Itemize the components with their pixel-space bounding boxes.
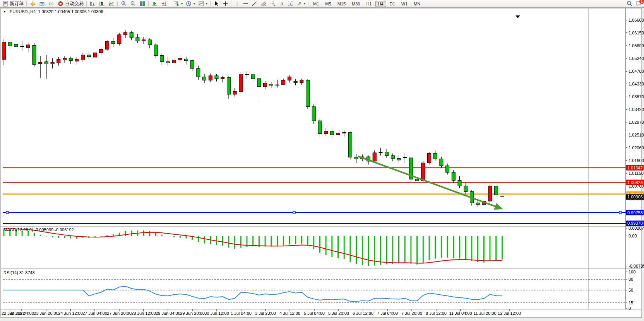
candle[interactable] (385, 152, 389, 156)
candle[interactable] (403, 157, 407, 158)
candle[interactable] (452, 172, 455, 180)
candle[interactable] (282, 80, 285, 85)
rsi-axis-label: 100 (629, 270, 635, 274)
candle[interactable] (130, 32, 133, 38)
candle[interactable] (21, 46, 24, 46)
candle[interactable] (300, 80, 303, 83)
candle[interactable] (142, 40, 146, 41)
candle[interactable] (269, 84, 273, 85)
candle[interactable] (69, 58, 72, 61)
candle[interactable] (227, 77, 230, 94)
candle[interactable] (421, 163, 425, 181)
candle[interactable] (233, 92, 236, 94)
time-tick-label: 3 Jul 23:00 (255, 311, 276, 316)
candle[interactable] (264, 83, 267, 87)
candle[interactable] (336, 133, 340, 135)
candle[interactable] (415, 179, 419, 181)
candle[interactable] (51, 62, 54, 64)
candle[interactable] (446, 166, 449, 172)
candle[interactable] (306, 80, 310, 107)
candle[interactable] (26, 45, 30, 48)
candle[interactable] (105, 41, 109, 49)
price-label-text: 0.99753 (627, 210, 643, 215)
candle[interactable] (111, 41, 115, 44)
candle[interactable] (433, 153, 437, 159)
candle[interactable] (87, 55, 91, 56)
candle[interactable] (81, 55, 85, 60)
candle[interactable] (464, 186, 468, 192)
candle[interactable] (458, 180, 461, 186)
candle[interactable] (397, 159, 401, 160)
candle[interactable] (154, 45, 158, 56)
candle[interactable] (166, 62, 170, 63)
candle[interactable] (318, 121, 322, 133)
candle[interactable] (330, 131, 334, 135)
chart-canvas[interactable]: 1.066001.061501.056901.052401.047801.043… (0, 0, 644, 321)
candle[interactable] (221, 77, 224, 79)
candle[interactable] (245, 74, 249, 75)
candle[interactable] (39, 62, 42, 64)
candle[interactable] (57, 60, 60, 63)
line-drag-handle[interactable] (293, 212, 295, 214)
time-tick-label: 29 Jun 04:00 (156, 311, 180, 316)
candle[interactable] (93, 53, 97, 57)
price-tick-label: 1.05240 (629, 56, 644, 61)
candle[interactable] (373, 153, 376, 161)
candle[interactable] (294, 81, 297, 82)
candle[interactable] (33, 45, 36, 64)
price-label-text: 0.99370 (627, 221, 643, 225)
time-tick-label: 6 Jul 12:00 (353, 311, 373, 316)
line-drag-handle[interactable] (619, 212, 622, 214)
candle[interactable] (14, 44, 18, 47)
candle[interactable] (75, 60, 79, 61)
candle[interactable] (99, 50, 103, 53)
candle[interactable] (276, 85, 279, 85)
macd-axis-label: 0.002073 (629, 226, 644, 231)
candle[interactable] (440, 159, 443, 166)
time-tick-label: 8 Jul 12:00 (426, 311, 447, 316)
time-tick-label: 5 Jul 04:00 (304, 311, 325, 316)
price-tick-label: 1.06600 (629, 18, 644, 22)
candle[interactable] (488, 186, 492, 201)
candle[interactable] (239, 74, 243, 92)
candle[interactable] (355, 157, 358, 159)
candle[interactable] (257, 79, 261, 86)
candle[interactable] (500, 196, 504, 197)
candle[interactable] (251, 75, 255, 79)
candle[interactable] (160, 56, 164, 62)
candle[interactable] (379, 152, 382, 153)
candle[interactable] (288, 77, 291, 80)
candle[interactable] (118, 35, 121, 44)
candle[interactable] (8, 42, 12, 46)
line-drag-handle[interactable] (6, 212, 9, 214)
candle[interactable] (190, 61, 194, 68)
price-tick-label: 1.03870 (629, 94, 644, 99)
candle[interactable] (2, 42, 6, 60)
candle[interactable] (494, 186, 498, 195)
time-tick-label: 12 Jul 12:00 (498, 311, 521, 316)
candle[interactable] (476, 203, 480, 204)
candle[interactable] (124, 32, 127, 35)
candle[interactable] (185, 59, 188, 60)
candle[interactable] (148, 40, 151, 45)
time-tick-label: 30 Jun 12:00 (204, 311, 229, 316)
candle[interactable] (172, 60, 176, 63)
time-tick-label: 7 Jul 20:00 (401, 311, 422, 316)
candle[interactable] (209, 76, 212, 80)
mt4-application: 新订单自动交易▾▾▾EFAT▾M1M5M15M30H1H4D1W1MN1 1.0… (0, 0, 644, 321)
candle[interactable] (136, 38, 139, 41)
candle[interactable] (312, 107, 315, 121)
time-tick-label: 11 Jul 20:00 (473, 311, 496, 316)
candle[interactable] (63, 58, 67, 60)
candle[interactable] (343, 133, 346, 133)
candle[interactable] (428, 153, 431, 163)
candle[interactable] (45, 62, 48, 64)
candle[interactable] (324, 131, 328, 134)
time-tick-label: 27 Jun 20:00 (107, 311, 132, 316)
candle[interactable] (348, 133, 352, 157)
candle[interactable] (391, 155, 394, 158)
candle[interactable] (203, 77, 206, 80)
candle[interactable] (178, 58, 182, 60)
candle[interactable] (215, 76, 218, 79)
candle[interactable] (197, 68, 200, 77)
